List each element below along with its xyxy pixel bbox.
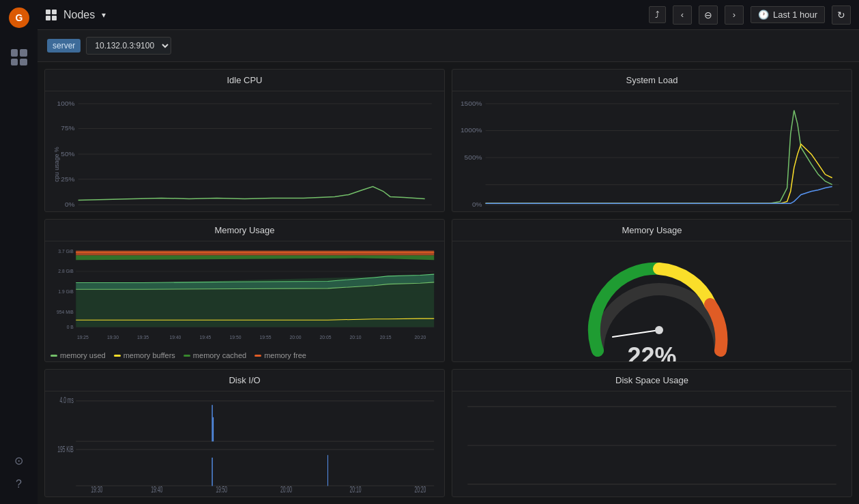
memory-usage-chart-panel: Memory Usage 3.7 GiB 2.8 GiB 1.9 GiB 954… [44, 219, 445, 362]
svg-text:19:30: 19:30 [91, 485, 102, 494]
clock-icon: 🕐 [758, 10, 769, 20]
svg-text:20:20: 20:20 [414, 485, 426, 494]
server-tag: server [47, 39, 81, 53]
svg-text:20:00: 20:00 [290, 335, 302, 340]
legend-mem-buffers-label: memory buffers [123, 351, 175, 359]
memory-chart-legend: memory used memory buffers memory cached… [45, 349, 444, 362]
topbar-grid-icon [46, 10, 57, 20]
refresh-button[interactable]: ↻ [832, 5, 851, 25]
memory-chart-body: 3.7 GiB 2.8 GiB 1.9 GiB 954 MiB 0 B 19:2… [45, 241, 444, 349]
svg-line-61 [613, 330, 659, 337]
title-caret[interactable]: ▾ [102, 10, 106, 20]
svg-text:100%: 100% [57, 100, 75, 107]
user-icon[interactable]: ⊙ [14, 454, 23, 467]
svg-text:75%: 75% [61, 125, 74, 132]
gauge-container: 22% [584, 255, 720, 362]
svg-text:19:50: 19:50 [216, 485, 227, 494]
svg-text:954 MiB: 954 MiB [57, 309, 74, 314]
svg-text:19:45: 19:45 [199, 335, 211, 340]
refresh-icon: ↻ [837, 10, 845, 20]
legend-mem-buffers: memory buffers [114, 351, 175, 359]
svg-text:19:40: 19:40 [169, 335, 181, 340]
legend-mem-cached-label: memory cached [193, 351, 246, 359]
svg-text:20:05: 20:05 [320, 335, 332, 340]
memory-chart-svg: 3.7 GiB 2.8 GiB 1.9 GiB 954 MiB 0 B 19:2… [50, 247, 439, 346]
svg-text:19:25: 19:25 [77, 335, 89, 340]
idle-cpu-chart: 100% 75% 50% 25% 0% 19:30 19:40 19:50 20… [50, 97, 439, 212]
help-icon[interactable]: ? [16, 478, 22, 490]
svg-text:4.0 ms: 4.0 ms [60, 397, 74, 405]
disk-space-body [452, 391, 851, 496]
legend-mem-cached-dot [184, 355, 190, 357]
svg-text:19:40: 19:40 [151, 485, 162, 494]
svg-text:20:10: 20:10 [350, 485, 362, 494]
svg-text:20:15: 20:15 [380, 335, 392, 340]
svg-text:500%: 500% [465, 153, 482, 161]
svg-text:0%: 0% [472, 201, 482, 208]
memory-gauge-body: 22% [452, 241, 851, 362]
svg-text:20:00: 20:00 [280, 485, 292, 494]
disk-io-title: Disk I/O [45, 370, 444, 391]
legend-mem-used-dot [50, 355, 57, 357]
svg-text:19:55: 19:55 [260, 335, 272, 340]
time-range-button[interactable]: 🕐 Last 1 hour [751, 6, 825, 23]
legend-mem-free-dot [254, 355, 261, 357]
sidebar-bottom: ⊙ ? [14, 454, 23, 497]
svg-text:1500%: 1500% [461, 100, 482, 107]
disk-space-svg [458, 397, 846, 494]
svg-text:19:30: 19:30 [107, 335, 119, 340]
svg-text:cpu usage %: cpu usage % [53, 147, 60, 181]
system-load-body: 1500% 1000% 500% 0% 19:30 19:40 19:50 20… [452, 91, 851, 212]
disk-io-body: 4.0 ms 195 KiB 19:30 19:40 19:50 20:00 2… [45, 391, 444, 496]
next-button[interactable]: › [725, 5, 744, 25]
share-icon: ⤴ [655, 10, 660, 20]
disk-space-panel: Disk Space Usage [452, 369, 852, 497]
filterbar: server 10.132.0.3:9100 [38, 30, 859, 62]
legend-mem-used-label: memory used [60, 351, 106, 359]
memory-usage-chart-title: Memory Usage [45, 220, 444, 241]
page-title: Nodes [63, 9, 95, 21]
idle-cpu-title: Idle CPU [45, 70, 444, 91]
system-load-title: System Load [452, 70, 851, 91]
svg-text:0 B: 0 B [67, 324, 74, 329]
svg-text:1000%: 1000% [461, 127, 482, 134]
grafana-logo[interactable]: G [8, 7, 30, 29]
gauge-value: 22% [627, 342, 676, 362]
legend-mem-used: memory used [50, 351, 106, 359]
legend-mem-buffers-dot [114, 355, 121, 357]
svg-text:3.7 GiB: 3.7 GiB [58, 249, 74, 254]
zoom-out-icon: ⊖ [704, 10, 712, 20]
idle-cpu-body: 100% 75% 50% 25% 0% 19:30 19:40 19:50 20… [45, 91, 444, 212]
disk-space-title: Disk Space Usage [452, 370, 851, 391]
memory-gauge-title: Memory Usage [452, 220, 851, 241]
legend-mem-free-label: memory free [264, 351, 306, 359]
time-range-label: Last 1 hour [773, 10, 817, 20]
svg-text:20:10: 20:10 [350, 335, 362, 340]
legend-mem-cached: memory cached [184, 351, 246, 359]
svg-text:19:35: 19:35 [137, 335, 149, 340]
idle-cpu-panel: Idle CPU 100% 75% 50% 25% 0% 19:30 [44, 69, 445, 212]
zoom-out-button[interactable]: ⊖ [699, 5, 718, 25]
system-load-chart: 1500% 1000% 500% 0% 19:30 19:40 19:50 20… [458, 97, 846, 212]
sidebar: G ⊙ ? [0, 0, 38, 504]
disk-space-content [458, 397, 846, 494]
svg-text:G: G [15, 12, 23, 23]
main-content: Nodes ▾ ⤴ ‹ ⊖ › 🕐 Last 1 hour ↻ server 1… [38, 0, 859, 504]
svg-point-62 [655, 326, 663, 334]
svg-marker-57 [76, 255, 434, 260]
svg-text:1.9 GiB: 1.9 GiB [58, 289, 74, 294]
grid-nav-icon[interactable] [11, 49, 27, 65]
disk-io-svg: 4.0 ms 195 KiB 19:30 19:40 19:50 20:00 2… [50, 397, 439, 494]
legend-mem-free: memory free [254, 351, 306, 359]
share-button[interactable]: ⤴ [649, 6, 666, 23]
dashboard: Idle CPU 100% 75% 50% 25% 0% 19:30 [38, 62, 859, 504]
prev-button[interactable]: ‹ [673, 5, 692, 25]
svg-text:25%: 25% [61, 175, 74, 183]
svg-text:50%: 50% [61, 150, 74, 158]
server-select[interactable]: 10.132.0.3:9100 [86, 37, 171, 55]
topbar: Nodes ▾ ⤴ ‹ ⊖ › 🕐 Last 1 hour ↻ [38, 0, 859, 30]
svg-text:2.8 GiB: 2.8 GiB [58, 269, 74, 273]
memory-gauge-panel: Memory Usage [452, 219, 852, 362]
disk-io-panel: Disk I/O 4.0 ms 195 KiB 19:30 19:40 [44, 369, 445, 497]
svg-text:19:50: 19:50 [229, 335, 241, 340]
